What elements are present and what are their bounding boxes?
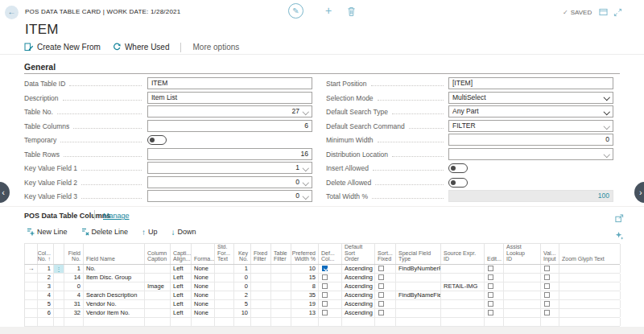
col-header-arrow[interactable] [25,244,38,264]
checkbox-sort_fixed[interactable] [378,283,384,289]
checkbox-editable[interactable] [488,301,493,307]
cell-default_column[interactable] [319,300,342,308]
delete-document-button[interactable] [347,6,357,18]
cell-preferred_width[interactable]: 19 [291,300,319,308]
toggle-insert-allowed[interactable] [448,163,468,173]
cell-table_filter[interactable] [271,318,291,326]
cell-col_no[interactable] [38,318,54,326]
cell-special_field_type[interactable]: FindByNumberField [396,265,441,273]
checkbox-editable[interactable] [488,292,493,298]
cell-table_filter[interactable] [271,282,291,291]
cell-assist_lookup_id[interactable] [504,309,541,317]
cell-special_field_type[interactable] [396,318,441,326]
checkbox-editable[interactable] [488,274,493,280]
cell-key_no[interactable]: 5 [234,300,251,308]
cell-default_sort_order[interactable]: Ascending [342,291,375,299]
cell-editable[interactable] [485,300,504,308]
cell-fixed_filter[interactable] [251,300,271,308]
personalize-part-button[interactable] [615,231,624,240]
cell-editable[interactable] [485,318,504,326]
cell-caption_align[interactable]: Left [171,265,192,273]
cell-std_format_text[interactable] [215,274,234,282]
col-header-special_field_type[interactable]: Special Field Type [396,244,441,264]
col-header-format[interactable]: Forma... [192,244,215,264]
cell-zoom_glyph_text[interactable] [559,309,621,317]
select-default-search-type[interactable]: Any Part [448,105,613,118]
cell-preferred_width[interactable]: 10 [291,265,319,273]
col-header-sel[interactable] [54,244,64,264]
row-selector-cell[interactable] [54,318,64,326]
cell-preferred_width[interactable]: 35 [291,291,319,299]
cell-default_sort_order[interactable]: Ascending [342,265,375,273]
checkbox-editable[interactable] [488,310,493,315]
manage-menu-button[interactable]: Manage [103,212,130,220]
cell-field_name[interactable]: Vendor No. [84,300,145,308]
cell-zoom_glyph_text[interactable] [559,265,621,273]
row-selector-cell[interactable]: ⋮ [54,265,64,273]
row-selector-cell[interactable] [54,274,64,282]
cell-editable[interactable] [485,309,504,317]
col-header-assist_lookup_id[interactable]: Assist Lookup ID [504,244,541,264]
cell-fixed_filter[interactable] [251,274,271,282]
cell-preferred_width[interactable]: 13 [291,309,319,317]
cell-editable[interactable] [485,291,504,299]
cell-sort_fixed[interactable] [375,274,396,282]
new-document-button[interactable]: + [325,4,332,17]
field-default-search-command[interactable]: FILTER [448,120,613,132]
cell-zoom_glyph_text[interactable] [559,274,621,282]
cell-assist_lookup_id[interactable] [504,291,541,299]
toggle-delete-allowed[interactable] [448,178,468,188]
cell-preferred_width[interactable]: 8 [291,282,319,291]
cell-source_expr_id[interactable] [441,309,485,317]
cell-default_sort_order[interactable]: Ascending [342,282,375,291]
cell-sort_fixed[interactable] [375,265,396,273]
cell-format[interactable]: None [192,300,215,308]
field-distribution-location[interactable] [448,148,613,160]
col-header-sort_fixed[interactable]: Sort... Fixed [375,244,396,264]
select-selection-mode[interactable]: MultiSelect [448,92,613,104]
cell-assist_lookup_id[interactable] [504,300,541,308]
cell-caption_align[interactable]: Left [171,282,192,291]
cell-fixed_filter[interactable] [251,282,271,291]
col-header-zoom_glyph_text[interactable]: Zoom Glyph Text [559,244,621,264]
cell-editable[interactable] [485,282,504,291]
fit-to-window-button[interactable] [613,8,622,17]
cell-field_no[interactable]: 31 [64,300,84,308]
cell-default_sort_order[interactable]: Ascending [342,309,375,317]
new-line-button[interactable]: New Line [27,228,68,236]
field-key-value-field-3[interactable]: 0 [147,190,312,202]
checkbox-sort_fixed[interactable] [378,266,384,271]
field-minimum-width[interactable]: 0 [448,134,613,146]
previous-record-button[interactable]: ‹ [0,182,10,203]
cell-special_field_type[interactable] [396,274,441,282]
cell-zoom_glyph_text[interactable] [559,318,621,326]
cell-std_format_text[interactable] [215,300,234,308]
cell-caption_align[interactable]: Left [171,274,192,282]
cell-table_filter[interactable] [271,274,291,282]
move-up-button[interactable]: ↑ Up [142,228,158,236]
cell-preferred_width[interactable]: 15 [291,274,319,282]
cell-caption_align[interactable]: Left [171,291,192,299]
cell-validate_input[interactable] [541,300,559,308]
cell-key_no[interactable]: 10 [234,309,251,317]
cell-default_column[interactable] [319,265,342,273]
cell-sort_fixed[interactable] [375,309,396,317]
more-options-button[interactable]: More options [192,43,239,52]
cell-default_column[interactable] [319,291,342,299]
field-table-no[interactable]: 27 [147,105,312,118]
col-header-source_expr_id[interactable]: Source Expr. ID [441,244,485,264]
checkbox-default_column[interactable] [322,274,328,280]
cell-std_format_text[interactable] [215,318,234,326]
cell-default_sort_order[interactable]: Ascending [342,300,375,308]
row-selector-cell[interactable] [54,282,64,291]
cell-std_format_text[interactable] [215,282,234,291]
field-key-value-field-1[interactable]: 1 [147,162,312,174]
cell-field_no[interactable]: 14 [64,274,84,282]
col-header-field_no[interactable]: Field No. [64,244,84,264]
col-header-std_format_text[interactable]: Std. For... Text [215,244,234,264]
cell-col_no[interactable]: 4 [38,291,54,299]
cell-format[interactable] [192,318,215,326]
cell-key_no[interactable] [234,318,251,326]
checkbox-sort_fixed[interactable] [378,301,384,307]
cell-sort_fixed[interactable] [375,282,396,291]
